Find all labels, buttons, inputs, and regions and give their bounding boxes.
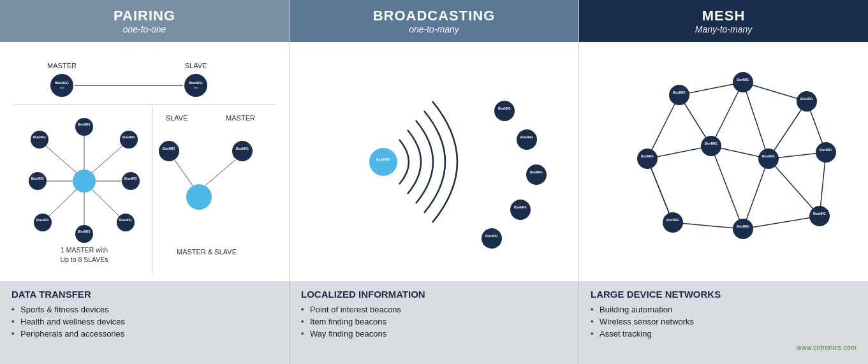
- svg-text:MASTER & SLAVE: MASTER & SLAVE: [177, 248, 237, 256]
- list-item: Way finding beacons: [301, 329, 567, 339]
- svg-text:MASTER: MASTER: [226, 114, 255, 122]
- mesh-diagram: BlueNRG BlueNRG BlueNRG BlueNRG BlueNRG …: [579, 42, 868, 281]
- svg-line-74: [673, 222, 743, 229]
- svg-line-64: [769, 101, 807, 159]
- watermark: www.cntronics.com: [591, 341, 857, 351]
- list-item: Health and wellness devices: [11, 317, 277, 326]
- svg-line-41: [175, 160, 193, 186]
- list-item: Peripherals and accessories: [11, 329, 277, 339]
- list-item: Point of interest beacons: [301, 305, 567, 314]
- list-item: Wireless sensor networks: [591, 317, 857, 326]
- svg-line-69: [711, 146, 743, 229]
- svg-point-52: [526, 164, 547, 185]
- svg-text:BlueNRG: BlueNRG: [520, 136, 533, 139]
- svg-text:BlueNRG: BlueNRG: [124, 177, 137, 180]
- svg-point-81: [797, 91, 817, 112]
- slave-label-top: SLAVE: [184, 62, 207, 69]
- list-item: Sports & fitness devices: [11, 305, 277, 314]
- svg-line-71: [743, 159, 769, 229]
- large-device-list: Building automation Wireless sensor netw…: [591, 305, 857, 339]
- broadcasting-diagram: BlueNRG BlueNRG BlueNRG Bl: [290, 42, 578, 281]
- svg-text:●●●: ●●●: [193, 86, 198, 89]
- broadcasting-subtitle: one-to-many: [296, 24, 572, 34]
- localized-info-title: LOCALIZED INFORMATION: [301, 289, 567, 300]
- master-label-top: MASTER: [47, 62, 77, 69]
- svg-point-9: [31, 131, 48, 149]
- svg-point-46: [369, 148, 397, 176]
- svg-point-15: [120, 131, 138, 149]
- svg-text:BlueNRG: BlueNRG: [119, 219, 132, 222]
- svg-text:SLAVE: SLAVE: [165, 114, 188, 122]
- svg-line-26: [49, 189, 77, 216]
- top-section: PAIRING one-to-one MASTER SLAVE BlueNRG …: [0, 0, 868, 281]
- pairing-column: PAIRING one-to-one MASTER SLAVE BlueNRG …: [0, 0, 290, 281]
- broadcasting-header: BROADCASTING one-to-many: [290, 0, 578, 42]
- svg-point-50: [517, 129, 537, 150]
- list-item: Asset tracking: [591, 329, 857, 339]
- svg-text:BlueNRG: BlueNRG: [78, 230, 91, 233]
- svg-point-85: [701, 136, 721, 156]
- svg-point-1: [50, 74, 73, 97]
- svg-text:Up to 8 SLAVEs: Up to 8 SLAVEs: [60, 256, 108, 263]
- broadcasting-column: BROADCASTING one-to-many BlueNRG: [290, 0, 579, 281]
- svg-text:BlueNRG: BlueNRG: [737, 225, 749, 228]
- mesh-subtitle: Many-to-many: [585, 24, 862, 34]
- svg-line-32: [92, 189, 119, 216]
- list-item: Item finding beacons: [301, 317, 567, 326]
- large-device-title: LARGE DEVICE NETWORKS: [591, 289, 857, 300]
- svg-point-77: [669, 85, 689, 105]
- svg-text:BlueNRG: BlueNRG: [514, 206, 527, 209]
- list-item: Building automation: [591, 305, 857, 314]
- svg-text:BlueNRG: BlueNRG: [36, 219, 49, 222]
- svg-text:BlueNRG: BlueNRG: [820, 149, 832, 152]
- svg-line-76: [647, 159, 673, 222]
- mesh-column: MESH Many-to-many: [579, 0, 868, 281]
- bottom-section: DATA TRANSFER Sports & fitness devices H…: [0, 281, 868, 364]
- svg-point-89: [816, 142, 836, 163]
- svg-text:BlueNRG: BlueNRG: [705, 142, 717, 145]
- svg-point-54: [510, 200, 531, 220]
- svg-text:BlueNRG: BlueNRG: [33, 136, 46, 139]
- svg-point-87: [758, 149, 779, 169]
- svg-text:BlueNRG: BlueNRG: [163, 147, 175, 150]
- bottom-col-pairing: DATA TRANSFER Sports & fitness devices H…: [0, 281, 290, 364]
- svg-point-48: [494, 101, 515, 121]
- pairing-header: PAIRING one-to-one: [0, 0, 289, 42]
- svg-point-42: [232, 141, 253, 161]
- svg-point-4: [184, 74, 207, 97]
- svg-line-62: [711, 82, 743, 146]
- svg-point-8: [73, 170, 96, 193]
- svg-text:BlueNRG: BlueNRG: [376, 157, 390, 161]
- svg-text:BlueNRG: BlueNRG: [813, 212, 826, 215]
- mesh-header: MESH Many-to-many: [579, 0, 868, 42]
- svg-text:BlueNRG: BlueNRG: [236, 147, 249, 150]
- pairing-diagram: MASTER SLAVE BlueNRG ●●● BlueNRG ●●●: [0, 42, 289, 281]
- data-transfer-list: Sports & fitness devices Health and well…: [11, 305, 277, 339]
- svg-text:BlueNRG: BlueNRG: [498, 107, 511, 110]
- svg-point-56: [482, 228, 502, 249]
- pairing-title: PAIRING: [6, 8, 283, 24]
- svg-point-95: [809, 206, 830, 226]
- svg-text:●●●: ●●●: [59, 86, 64, 89]
- svg-line-44: [205, 160, 235, 186]
- svg-point-39: [159, 141, 179, 161]
- svg-text:BlueNRG: BlueNRG: [485, 235, 498, 238]
- svg-line-11: [46, 146, 77, 173]
- svg-text:BlueNRG: BlueNRG: [31, 177, 44, 180]
- data-transfer-title: DATA TRANSFER: [11, 289, 277, 300]
- svg-text:1 MASTER with: 1 MASTER with: [60, 246, 107, 254]
- svg-point-93: [733, 219, 753, 239]
- svg-point-12: [75, 118, 93, 136]
- svg-point-21: [122, 172, 140, 190]
- svg-text:BlueNRG: BlueNRG: [530, 171, 543, 174]
- svg-line-60: [647, 95, 679, 159]
- svg-point-38: [186, 184, 212, 210]
- main-container: PAIRING one-to-one MASTER SLAVE BlueNRG …: [0, 0, 868, 364]
- svg-text:BlueNRG: BlueNRG: [55, 81, 69, 85]
- localized-info-list: Point of interest beacons Item finding b…: [301, 305, 567, 339]
- svg-line-17: [92, 146, 122, 173]
- svg-text:BlueNRG: BlueNRG: [737, 78, 749, 82]
- svg-text:BlueNRG: BlueNRG: [641, 155, 654, 158]
- svg-text:BlueNRG: BlueNRG: [189, 81, 203, 85]
- svg-line-63: [743, 82, 769, 159]
